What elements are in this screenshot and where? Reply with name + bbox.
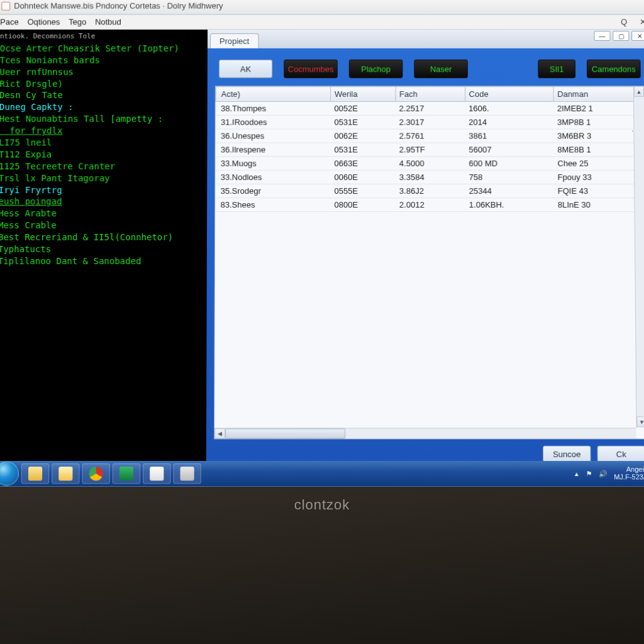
vertical-scrollbar[interactable]: ▲ ▼	[633, 86, 644, 427]
scroll-left-arrow-icon[interactable]: ◀	[214, 428, 225, 438]
terminal-line: LI75 lneil	[0, 137, 204, 149]
table-cell: 35.Srodegr	[216, 184, 331, 198]
tray-volume-icon[interactable]: 🔊	[599, 470, 608, 478]
table-cell: 31.IRoodoes	[216, 115, 331, 129]
terminal-line: Hess Arabte	[0, 208, 203, 219]
laptop-brand-label: clontzok	[0, 497, 644, 513]
table-cell: 0663E	[331, 157, 396, 170]
naser-button[interactable]: Naser	[414, 60, 468, 79]
table-cell: 2.3017	[396, 115, 465, 129]
start-button[interactable]	[0, 462, 19, 486]
scroll-thumb[interactable]	[225, 428, 345, 438]
system-tray[interactable]: ▲ ⚑ 🔊 Angeia MJ.F-523A	[574, 466, 644, 480]
table-cell: 2IMEB2 1	[553, 101, 644, 115]
suncoe-button[interactable]: Suncoe	[543, 446, 591, 462]
table-cell: 0052E	[331, 101, 396, 115]
table-cell: 0800E	[331, 198, 396, 212]
table-cell: 0531E	[331, 143, 396, 157]
table-cell: Chee 25	[553, 157, 644, 170]
terminal-subheader: ntiook. Decomnions Tole	[0, 32, 204, 43]
menu-oqtiones[interactable]: Oqtiones	[27, 17, 60, 26]
app-panel: — ▢ ✕ Propiect AK Cocmumbes Plachop Nase…	[206, 30, 644, 486]
table-cell: 83.Shees	[216, 198, 331, 212]
table-cell: 33.Muogs	[216, 157, 331, 170]
table-row[interactable]: 38.Thompes0052E2.25171606.2IMEB2 1	[216, 101, 644, 115]
scroll-down-arrow-icon[interactable]: ▼	[636, 416, 644, 427]
table-cell: 0062E	[331, 129, 396, 143]
terminal-line: Tiplilanoo Dant & Sanobaded	[0, 255, 203, 267]
table-cell: 1.06KBH.	[465, 198, 554, 212]
cocmumbes-button[interactable]: Cocmumbes	[284, 60, 338, 79]
terminal-line: T112 Expia	[0, 148, 203, 160]
terminal-line: Best Recreriand & II5l(Connhetor)	[0, 231, 203, 243]
menubar: Pace Oqtiones Tego Notbud Q ✕	[0, 14, 644, 30]
table-row[interactable]: 36.Ilrespene0531E2.95TF560078ME8B 1	[216, 143, 644, 157]
table-header[interactable]: Werila	[331, 87, 396, 102]
table-row[interactable]: 83.Shees0800E2.00121.06KBH.8LInE 30	[216, 198, 644, 212]
camendons-button[interactable]: Camendons	[587, 60, 641, 79]
menu-pace[interactable]: Pace	[0, 17, 19, 26]
table-header[interactable]: Fach	[396, 87, 465, 102]
data-table[interactable]: Acte)WerilaFachCodeDanman 38.Thompes0052…	[215, 86, 644, 212]
terminal-line: Typhatucts	[0, 243, 203, 255]
ok-button[interactable]: Ck	[597, 446, 644, 462]
taskbar-folder[interactable]	[52, 464, 80, 484]
table-row[interactable]: 35.Srodegr0555E3.86J225344FQIE 43	[216, 184, 644, 198]
menu-tego[interactable]: Tego	[69, 17, 86, 26]
terminal-line: Hest Nounabtins Tall [ampetty :	[0, 113, 204, 125]
horizontal-scrollbar[interactable]: ◀	[214, 428, 636, 438]
table-cell: 3861	[465, 129, 553, 143]
plachop-button[interactable]: Plachop	[349, 60, 403, 79]
table-header[interactable]: Danman	[553, 87, 644, 102]
tray-wifi-icon[interactable]: ⚑	[586, 470, 592, 478]
table-cell: 25344	[465, 184, 554, 198]
tray-overflow-icon[interactable]: ▲	[574, 470, 580, 477]
table-cell: 3.3584	[396, 170, 465, 184]
table-row[interactable]: 31.IRoodoes0531E2.301720143MP8B 1	[216, 115, 644, 129]
table-cell: 3.86J2	[396, 184, 465, 198]
ak-button[interactable]: AK	[219, 60, 273, 79]
close-icon[interactable]: ✕	[638, 17, 644, 27]
terminal-line: for frydlx	[0, 125, 204, 137]
menu-notbud[interactable]: Notbud	[95, 17, 121, 26]
close-button[interactable]: ✕	[631, 31, 644, 41]
tab-strip: Propiect	[208, 30, 644, 48]
table-cell: 8ME8B 1	[553, 143, 644, 157]
data-table-container: Acte)WerilaFachCodeDanman 38.Thompes0052…	[214, 86, 644, 439]
terminal-panel: ntiook. Decomnions Tole Ocse Arter Cheas…	[0, 30, 208, 486]
tab-propiect[interactable]: Propiect	[210, 33, 258, 48]
table-row[interactable]: 33.Muogs0663E4.5000600 MDChee 25	[216, 157, 644, 170]
terminal-line: Iryi Fryrtrg	[0, 184, 203, 196]
sill-button[interactable]: SIl1	[538, 60, 575, 79]
taskbar-app2[interactable]	[143, 464, 170, 484]
table-cell: 2014	[465, 115, 553, 129]
main-window: Dohnteck Manswe.bis Pndoncy Cortetas · D…	[0, 0, 644, 487]
table-header[interactable]: Code	[465, 87, 553, 102]
window-title: Dohnteck Manswe.bis Pndoncy Cortetas · D…	[14, 1, 223, 11]
table-row[interactable]: 36.Unespes0062E2.576138613M6BR 3	[216, 129, 644, 143]
tray-clock-line2: MJ.F-523A	[614, 473, 644, 480]
table-cell: 3MP8B 1	[553, 115, 644, 129]
terminal-line: Ueer rnfUnnsus	[0, 66, 204, 78]
taskbar-chrome[interactable]	[82, 464, 109, 484]
table-cell: 0060E	[331, 170, 396, 184]
minimize-button[interactable]: —	[594, 31, 610, 41]
taskbar-explorer[interactable]	[21, 464, 50, 484]
search-icon[interactable]: Q	[619, 17, 629, 27]
maximize-button[interactable]: ▢	[613, 31, 629, 41]
terminal-line: Ocse Arter Cheasrik Seter (Iopter)	[0, 43, 204, 55]
table-cell: 600 MD	[465, 157, 554, 170]
table-header[interactable]: Acte)	[216, 87, 330, 102]
terminal-line: Rict Drsgle)	[0, 78, 204, 90]
taskbar-app3[interactable]	[173, 464, 201, 484]
table-row[interactable]: 33.Nodloes0060E3.3584758Fpouy 33	[216, 170, 644, 184]
table-cell: 758	[465, 170, 554, 184]
table-cell: 56007	[465, 143, 553, 157]
terminal-line: 1125 Tecreetre Cranter	[0, 160, 203, 172]
terminal-line: Trsl lx Pant Itagoray	[0, 172, 203, 184]
scroll-up-arrow-icon[interactable]: ▲	[634, 86, 644, 97]
table-cell: 2.5761	[396, 129, 465, 143]
table-cell: 0555E	[331, 184, 396, 198]
taskbar-app1[interactable]	[113, 464, 140, 484]
table-cell: 2.2517	[396, 101, 465, 115]
